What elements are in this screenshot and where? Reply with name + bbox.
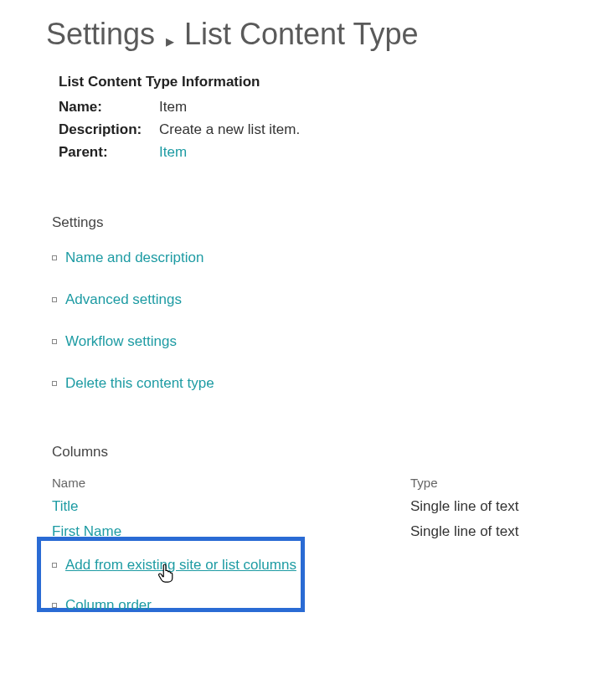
info-parent-link[interactable]: Item [159,141,187,163]
settings-section: Settings Name and description Advanced s… [0,214,613,392]
settings-link-advanced[interactable]: Advanced settings [65,291,182,308]
add-existing-columns-link[interactable]: Add from existing site or list columns [65,557,296,574]
bullet-icon [52,603,57,608]
column-action-add-existing[interactable]: Add from existing site or list columns [52,557,613,574]
table-row: First Name Single line of text [52,523,588,540]
info-description-value: Create a new list item. [159,118,300,141]
settings-item-name-description[interactable]: Name and description [52,250,613,266]
columns-header-type: Type [410,476,578,490]
columns-header-name: Name [52,476,410,490]
column-type-value: Single line of text [410,498,578,515]
columns-header-row: Name Type [52,476,588,490]
column-type-value: Single line of text [410,523,578,540]
settings-link-delete[interactable]: Delete this content type [65,375,214,392]
breadcrumb-separator-icon: ▸ [159,31,181,51]
breadcrumb: Settings ▸ List Content Type [0,17,613,67]
bullet-icon [52,339,57,344]
columns-table: Name Type Title Single line of text Firs… [52,476,588,540]
bullet-icon [52,381,57,386]
column-action-order[interactable]: Column order [52,597,613,614]
info-name-label: Name: [59,95,159,118]
column-name-title[interactable]: Title [52,498,410,515]
info-row-parent: Parent: Item [59,141,613,163]
columns-heading: Columns [52,444,613,461]
info-row-name: Name: Item [59,95,613,118]
breadcrumb-settings-link[interactable]: Settings [46,17,155,51]
settings-heading: Settings [52,214,613,231]
page-title: List Content Type [184,17,419,51]
bullet-icon [52,297,57,302]
info-row-description: Description: Create a new list item. [59,118,613,141]
info-heading: List Content Type Information [59,74,613,90]
settings-link-name-description[interactable]: Name and description [65,250,203,266]
table-row: Title Single line of text [52,498,588,515]
column-actions-list: Add from existing site or list columns C… [52,557,613,614]
info-parent-label: Parent: [59,141,159,163]
settings-list: Name and description Advanced settings W… [52,250,613,392]
column-name-firstname[interactable]: First Name [52,523,410,540]
bullet-icon [52,255,57,260]
settings-item-advanced[interactable]: Advanced settings [52,291,613,308]
info-description-label: Description: [59,118,159,141]
settings-item-delete[interactable]: Delete this content type [52,375,613,392]
settings-link-workflow[interactable]: Workflow settings [65,333,177,350]
settings-item-workflow[interactable]: Workflow settings [52,333,613,350]
column-order-link[interactable]: Column order [65,597,152,614]
bullet-icon [52,563,57,568]
info-name-value: Item [159,95,187,118]
content-type-info: List Content Type Information Name: Item… [0,74,613,164]
columns-section: Columns Name Type Title Single line of t… [0,444,613,614]
